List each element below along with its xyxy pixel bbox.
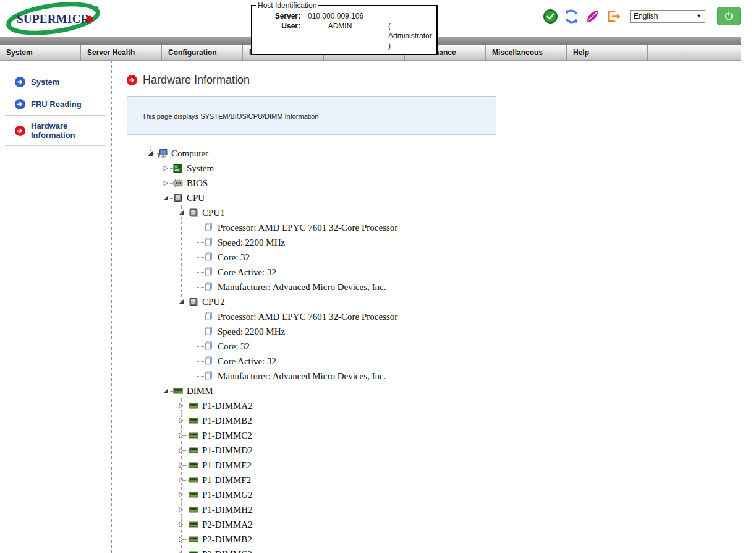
dimm-icon <box>189 416 198 426</box>
dimm-icon <box>173 386 183 396</box>
main-panel: Hardware Information This page displays … <box>112 61 496 553</box>
expander-collapsed-icon[interactable] <box>163 165 169 171</box>
tree-node-manufacturer-advanced-micro-de[interactable]: Manufacturer: Advanced Micro Devices, In… <box>192 280 496 294</box>
expander-expanded-icon[interactable] <box>178 299 184 305</box>
tree-node-p2-dimma2[interactable]: P2-DIMMA2 <box>176 517 496 532</box>
pages-icon <box>204 341 214 351</box>
tree-node-p1-dimme2[interactable]: P1-DIMME2 <box>176 458 496 473</box>
tree-node-label: P2-DIMMA2 <box>202 520 253 530</box>
tree-node-speed-2200-mhz[interactable]: Speed: 2200 MHz <box>192 324 496 339</box>
sidebar-item-system[interactable]: System <box>0 71 111 93</box>
tree-node-p2-dimmb2[interactable]: P2-DIMMB2 <box>176 532 496 547</box>
expander-expanded-icon[interactable] <box>147 150 153 156</box>
tree-node-speed-2200-mhz[interactable]: Speed: 2200 MHz <box>192 235 496 250</box>
sidebar-item-label: FRU Reading <box>31 100 82 109</box>
dimm-icon <box>189 460 198 470</box>
sidebar-item-hardware-information[interactable]: Hardware Information <box>0 116 111 145</box>
tree-node-label: Speed: 2200 MHz <box>218 327 285 337</box>
red-arrow-icon <box>127 75 137 85</box>
tree-node-label: Core: 32 <box>218 252 250 263</box>
feather-icon[interactable] <box>585 9 600 24</box>
tree-node-p1-dimma2[interactable]: P1-DIMMA2 <box>176 398 496 413</box>
info-box: This page displays SYSTEM/BIOS/CPU/DIMM … <box>127 96 496 135</box>
page-title: Hardware Information <box>143 74 250 87</box>
power-button[interactable] <box>717 7 741 25</box>
tree-node-bios[interactable]: BIOS <box>161 176 496 191</box>
tree-node-p1-dimmf2[interactable]: P1-DIMMF2 <box>176 473 496 487</box>
menu-item-help[interactable]: Help <box>567 45 648 60</box>
tree-node-p1-dimmd2[interactable]: P1-DIMMD2 <box>176 443 496 458</box>
pages-icon <box>204 282 214 292</box>
tree-node-core-32[interactable]: Core: 32 <box>192 250 496 265</box>
expander-collapsed-icon[interactable] <box>163 180 169 186</box>
tree-node-core-active-32[interactable]: Core Active: 32 <box>192 265 496 280</box>
sidebar-item-label: Hardware Information <box>31 121 111 140</box>
tree-node-cpu2[interactable]: CPU2 <box>176 294 496 309</box>
tree-node-label: BIOS <box>187 178 208 189</box>
tree-node-core-active-32[interactable]: Core Active: 32 <box>192 354 496 369</box>
dimm-icon <box>189 534 198 544</box>
tree-node-cpu1[interactable]: CPU1 <box>176 205 496 220</box>
tree-node-label: P1-DIMMB2 <box>202 416 252 426</box>
logout-icon[interactable] <box>606 9 621 24</box>
expander-collapsed-icon[interactable] <box>178 447 184 453</box>
quick-actions: English ▼ <box>543 7 741 25</box>
sidebar-item-fru-reading[interactable]: FRU Reading <box>0 93 111 115</box>
tree-node-processor-amd-epyc-7601-32-cor[interactable]: Processor: AMD EPYC 7601 32-Core Process… <box>192 220 496 235</box>
expander-collapsed-icon[interactable] <box>178 536 184 542</box>
tree-node-p1-dimmb2[interactable]: P1-DIMMB2 <box>176 413 496 428</box>
dimm-icon <box>189 549 198 553</box>
tree-node-label: Manufacturer: Advanced Micro Devices, In… <box>218 371 386 382</box>
expander-collapsed-icon[interactable] <box>178 521 184 528</box>
expander-collapsed-icon[interactable] <box>178 432 184 439</box>
language-select[interactable]: English ▼ <box>630 10 705 23</box>
expander-collapsed-icon[interactable] <box>178 462 184 468</box>
tree-node-processor-amd-epyc-7601-32-cor[interactable]: Processor: AMD EPYC 7601 32-Core Process… <box>192 309 496 324</box>
status-ok-icon[interactable] <box>543 9 558 24</box>
tree-node-system[interactable]: System <box>161 161 496 176</box>
pages-icon <box>204 327 214 337</box>
power-icon <box>723 11 734 22</box>
tree-node-label: Speed: 2200 MHz <box>218 238 285 248</box>
bios-icon <box>173 178 183 188</box>
expander-expanded-icon[interactable] <box>178 210 184 216</box>
menu-item-miscellaneous[interactable]: Miscellaneous <box>486 45 567 60</box>
user-label: User: <box>256 21 300 51</box>
tree-node-label: P1-DIMMC2 <box>202 431 252 441</box>
tree-node-label: CPU1 <box>202 208 225 218</box>
tree-node-computer[interactable]: Computer <box>145 146 496 161</box>
hardware-tree: ComputerSystemBIOSCPUCPU1Processor: AMD … <box>145 146 496 553</box>
expander-collapsed-icon[interactable] <box>178 492 184 498</box>
dimm-icon <box>189 520 198 529</box>
expander-collapsed-icon[interactable] <box>178 507 184 513</box>
tree-node-manufacturer-advanced-micro-de[interactable]: Manufacturer: Advanced Micro Devices, In… <box>192 369 496 384</box>
refresh-icon[interactable] <box>564 9 579 24</box>
dimm-icon <box>189 490 198 500</box>
expander-collapsed-icon[interactable] <box>178 477 184 483</box>
tree-node-cpu[interactable]: CPU <box>161 191 496 205</box>
tree-node-label: P1-DIMMA2 <box>202 401 253 411</box>
menu-item-configuration[interactable]: Configuration <box>162 45 243 60</box>
tree-node-label: Processor: AMD EPYC 7601 32-Core Process… <box>218 312 397 322</box>
expander-expanded-icon[interactable] <box>163 388 169 394</box>
tree-node-p2-dimmc2[interactable]: P2-DIMMC2 <box>176 547 496 553</box>
pages-icon <box>204 356 214 366</box>
menu-item-server-health[interactable]: Server Health <box>81 45 162 60</box>
menu-item-system[interactable]: System <box>0 45 81 60</box>
tree-node-dimm[interactable]: DIMM <box>161 384 496 398</box>
language-selected: English <box>634 12 658 20</box>
blue-arrow-icon <box>15 99 25 109</box>
tree-node-core-32[interactable]: Core: 32 <box>192 339 496 354</box>
expander-expanded-icon[interactable] <box>163 195 169 201</box>
tree-node-p1-dimmh2[interactable]: P1-DIMMH2 <box>176 502 496 517</box>
tree-node-label: P1-DIMMF2 <box>202 475 251 486</box>
expander-collapsed-icon[interactable] <box>178 418 184 424</box>
supermicro-logo: SUPERMICR ® <box>4 2 109 35</box>
motherboard-icon <box>173 163 183 173</box>
tree-node-p1-dimmg2[interactable]: P1-DIMMG2 <box>176 487 496 502</box>
expander-collapsed-icon[interactable] <box>178 403 184 409</box>
cpu-icon <box>173 193 183 203</box>
tree-node-p1-dimmc2[interactable]: P1-DIMMC2 <box>176 428 496 443</box>
pages-icon <box>204 223 214 233</box>
tree-node-label: P1-DIMME2 <box>202 460 252 471</box>
